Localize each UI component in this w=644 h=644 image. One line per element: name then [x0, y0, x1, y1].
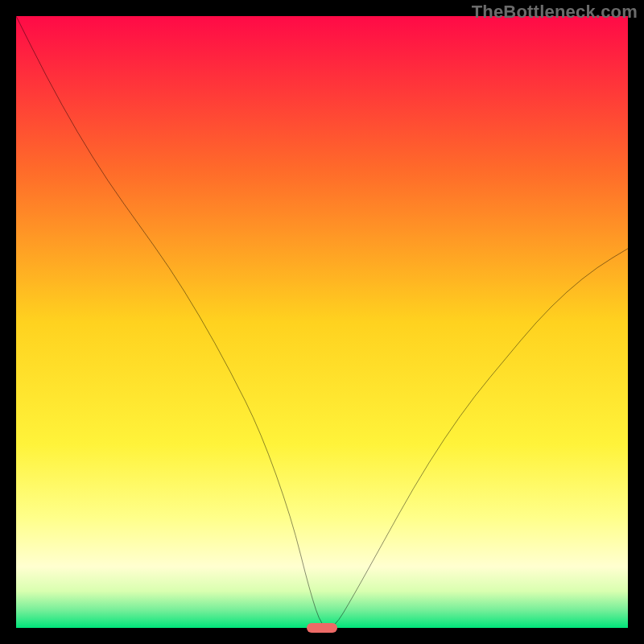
bottleneck-curve	[16, 16, 628, 628]
watermark-label: TheBottleneck.com	[472, 2, 638, 23]
plot-area	[16, 16, 628, 628]
chart-frame: TheBottleneck.com	[0, 0, 644, 644]
optimal-marker	[307, 623, 337, 633]
